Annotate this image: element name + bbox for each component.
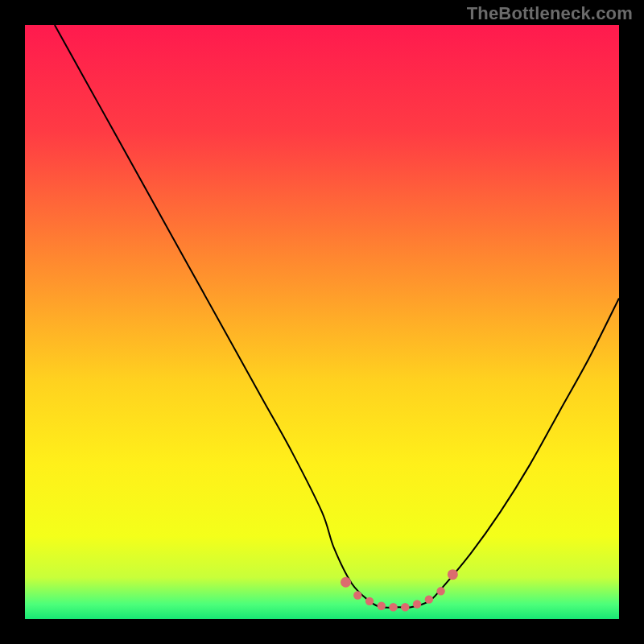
optimal-marker	[401, 603, 409, 611]
chart-curve-layer	[25, 25, 619, 619]
optimal-marker	[389, 603, 397, 611]
optimal-marker	[353, 591, 361, 599]
optimal-marker	[425, 595, 433, 603]
bottleneck-curve	[55, 25, 619, 608]
watermark-text: TheBottleneck.com	[467, 3, 633, 24]
optimal-marker	[365, 597, 374, 605]
chart-frame: TheBottleneck.com	[0, 0, 644, 644]
optimal-marker	[413, 600, 421, 608]
optimal-marker	[436, 587, 444, 595]
optimal-marker	[341, 577, 351, 588]
chart-plot-area	[25, 25, 619, 619]
optimal-marker	[378, 602, 386, 610]
optimal-marker	[448, 569, 458, 580]
